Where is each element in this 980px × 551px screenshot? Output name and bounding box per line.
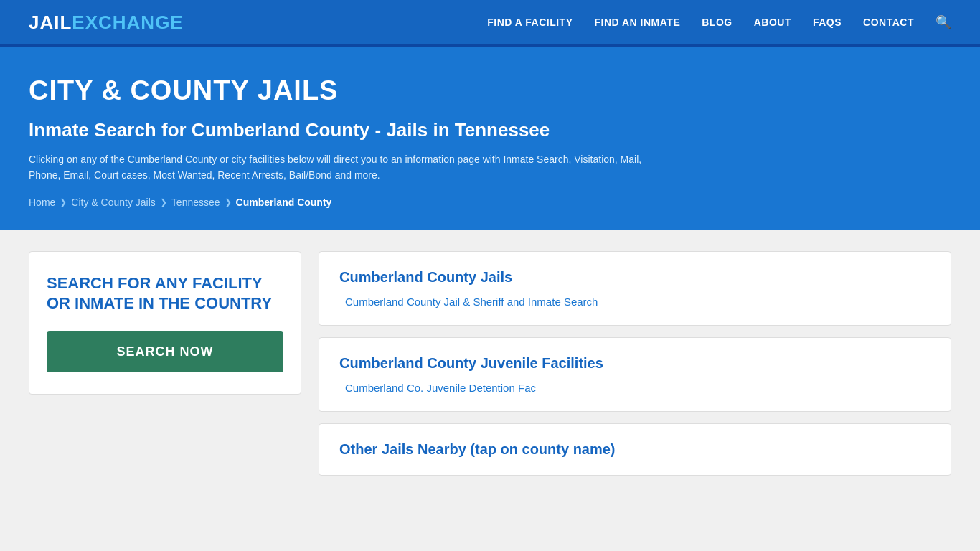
hero-section: CITY & COUNTY JAILS Inmate Search for Cu… — [0, 47, 980, 230]
nav-contact[interactable]: CONTACT — [863, 17, 914, 28]
main-nav: FIND A FACILITY FIND AN INMATE BLOG ABOU… — [487, 14, 951, 30]
logo-jail: JAIL — [29, 11, 72, 34]
breadcrumb: Home ❯ City & County Jails ❯ Tennessee ❯… — [29, 197, 951, 208]
page-description: Clicking on any of the Cumberland County… — [29, 151, 674, 184]
breadcrumb-sep-2: ❯ — [160, 197, 167, 207]
breadcrumb-city-county[interactable]: City & County Jails — [71, 197, 155, 208]
page-subtitle: Inmate Search for Cumberland County - Ja… — [29, 119, 951, 141]
breadcrumb-sep-3: ❯ — [225, 197, 232, 207]
facility-card-jails: Cumberland County Jails Cumberland Count… — [319, 251, 951, 326]
facility-card-juvenile-link-1[interactable]: Cumberland Co. Juvenile Detention Fac — [339, 382, 930, 394]
logo-exchange: EXCHANGE — [72, 11, 183, 34]
page-title: CITY & COUNTY JAILS — [29, 75, 951, 106]
search-icon[interactable]: 🔍 — [936, 14, 951, 30]
breadcrumb-current: Cumberland County — [236, 197, 332, 208]
breadcrumb-tennessee[interactable]: Tennessee — [171, 197, 220, 208]
facility-card-nearby: Other Jails Nearby (tap on county name) — [319, 423, 951, 476]
main-content: SEARCH FOR ANY FACILITY OR INMATE IN THE… — [0, 230, 980, 497]
facility-card-juvenile: Cumberland County Juvenile Facilities Cu… — [319, 337, 951, 412]
nav-find-facility[interactable]: FIND A FACILITY — [487, 17, 573, 28]
facility-card-jails-title[interactable]: Cumberland County Jails — [339, 269, 930, 286]
nav-blog[interactable]: BLOG — [702, 17, 732, 28]
nav-find-inmate[interactable]: FIND AN INMATE — [594, 17, 680, 28]
facility-card-jails-link-1[interactable]: Cumberland County Jail & Sheriff and Inm… — [339, 296, 930, 308]
facility-card-nearby-title[interactable]: Other Jails Nearby (tap on county name) — [339, 441, 930, 458]
facility-cards-list: Cumberland County Jails Cumberland Count… — [319, 251, 951, 476]
search-now-button[interactable]: SEARCH NOW — [47, 331, 283, 372]
search-widget: SEARCH FOR ANY FACILITY OR INMATE IN THE… — [29, 251, 301, 395]
site-header: JAILEXCHANGE FIND A FACILITY FIND AN INM… — [0, 0, 980, 47]
breadcrumb-home[interactable]: Home — [29, 197, 55, 208]
breadcrumb-sep-1: ❯ — [60, 197, 67, 207]
facility-card-juvenile-title[interactable]: Cumberland County Juvenile Facilities — [339, 355, 930, 372]
nav-faqs[interactable]: FAQs — [813, 17, 842, 28]
search-box-title: SEARCH FOR ANY FACILITY OR INMATE IN THE… — [47, 273, 283, 314]
nav-about[interactable]: ABOUT — [754, 17, 791, 28]
site-logo[interactable]: JAILEXCHANGE — [29, 11, 184, 34]
